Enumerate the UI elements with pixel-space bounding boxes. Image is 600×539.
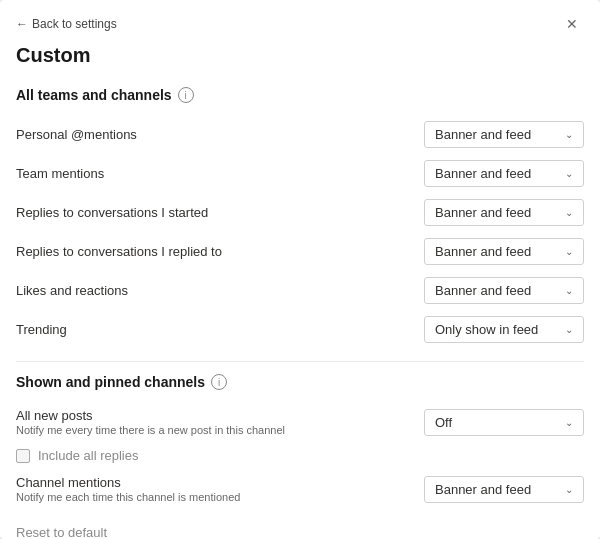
- settings-window: ← Back to settings ✕ Custom All teams an…: [0, 0, 600, 539]
- trending-dropdown[interactable]: Only show in feed ⌄: [424, 316, 584, 343]
- all-new-posts-sublabel: Notify me every time there is a new post…: [16, 424, 424, 436]
- title-bar: ← Back to settings ✕: [0, 0, 600, 40]
- channel-mentions-chevron: ⌄: [565, 484, 573, 495]
- personal-mentions-dropdown[interactable]: Banner and feed ⌄: [424, 121, 584, 148]
- team-mentions-dropdown[interactable]: Banner and feed ⌄: [424, 160, 584, 187]
- replies-started-value: Banner and feed: [435, 205, 559, 220]
- replies-replied-dropdown[interactable]: Banner and feed ⌄: [424, 238, 584, 265]
- likes-reactions-label: Likes and reactions: [16, 283, 424, 298]
- content-area: All teams and channels i Personal @menti…: [0, 79, 600, 538]
- shown-pinned-info-icon[interactable]: i: [211, 374, 227, 390]
- channel-mentions-sublabel: Notify me each time this channel is ment…: [16, 491, 424, 503]
- include-replies-checkbox[interactable]: [16, 449, 30, 463]
- channel-mentions-value: Banner and feed: [435, 482, 559, 497]
- team-mentions-value: Banner and feed: [435, 166, 559, 181]
- back-link-label: Back to settings: [32, 17, 117, 31]
- back-arrow-icon: ←: [16, 17, 28, 31]
- all-new-posts-chevron: ⌄: [565, 417, 573, 428]
- include-replies-label: Include all replies: [38, 448, 138, 463]
- close-button[interactable]: ✕: [560, 12, 584, 36]
- replies-started-chevron: ⌄: [565, 207, 573, 218]
- personal-mentions-label: Personal @mentions: [16, 127, 424, 142]
- likes-reactions-chevron: ⌄: [565, 285, 573, 296]
- replies-started-row: Replies to conversations I started Banne…: [16, 193, 584, 232]
- trending-label: Trending: [16, 322, 424, 337]
- replies-replied-value: Banner and feed: [435, 244, 559, 259]
- shown-pinned-section-header: Shown and pinned channels i: [16, 374, 584, 390]
- likes-reactions-value: Banner and feed: [435, 283, 559, 298]
- replies-started-label: Replies to conversations I started: [16, 205, 424, 220]
- trending-value: Only show in feed: [435, 322, 559, 337]
- team-mentions-label: Team mentions: [16, 166, 424, 181]
- personal-mentions-chevron: ⌄: [565, 129, 573, 140]
- channel-mentions-label: Channel mentions: [16, 475, 424, 490]
- replies-replied-row: Replies to conversations I replied to Ba…: [16, 232, 584, 271]
- all-new-posts-row: All new posts Notify me every time there…: [16, 402, 584, 442]
- personal-mentions-row: Personal @mentions Banner and feed ⌄: [16, 115, 584, 154]
- channel-mentions-row: Channel mentions Notify me each time thi…: [16, 469, 584, 509]
- all-new-posts-value: Off: [435, 415, 559, 430]
- all-teams-title: All teams and channels: [16, 87, 172, 103]
- all-teams-section-header: All teams and channels i: [16, 87, 584, 103]
- replies-started-dropdown[interactable]: Banner and feed ⌄: [424, 199, 584, 226]
- include-replies-row: Include all replies: [16, 442, 584, 469]
- likes-reactions-dropdown[interactable]: Banner and feed ⌄: [424, 277, 584, 304]
- all-new-posts-dropdown[interactable]: Off ⌄: [424, 409, 584, 436]
- reset-button[interactable]: Reset to default: [16, 521, 107, 538]
- channel-mentions-dropdown[interactable]: Banner and feed ⌄: [424, 476, 584, 503]
- team-mentions-row: Team mentions Banner and feed ⌄: [16, 154, 584, 193]
- replies-replied-label: Replies to conversations I replied to: [16, 244, 424, 259]
- trending-chevron: ⌄: [565, 324, 573, 335]
- replies-replied-chevron: ⌄: [565, 246, 573, 257]
- team-mentions-chevron: ⌄: [565, 168, 573, 179]
- trending-row: Trending Only show in feed ⌄: [16, 310, 584, 349]
- back-link[interactable]: ← Back to settings: [16, 17, 117, 31]
- section-divider: [16, 361, 584, 362]
- likes-reactions-row: Likes and reactions Banner and feed ⌄: [16, 271, 584, 310]
- personal-mentions-value: Banner and feed: [435, 127, 559, 142]
- all-new-posts-label: All new posts: [16, 408, 424, 423]
- page-title: Custom: [0, 40, 600, 79]
- shown-pinned-title: Shown and pinned channels: [16, 374, 205, 390]
- all-teams-info-icon[interactable]: i: [178, 87, 194, 103]
